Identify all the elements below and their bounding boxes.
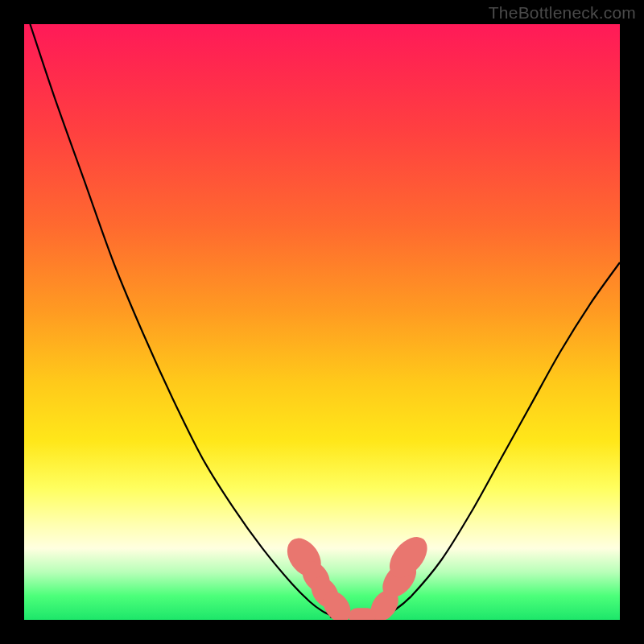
curve-svg (24, 24, 620, 620)
bottleneck-curve (30, 24, 620, 617)
curve-marker-capsule (349, 608, 375, 620)
watermark-text: TheBottleneck.com (489, 3, 636, 23)
chart-frame: TheBottleneck.com (0, 0, 644, 644)
plot-area (24, 24, 620, 620)
